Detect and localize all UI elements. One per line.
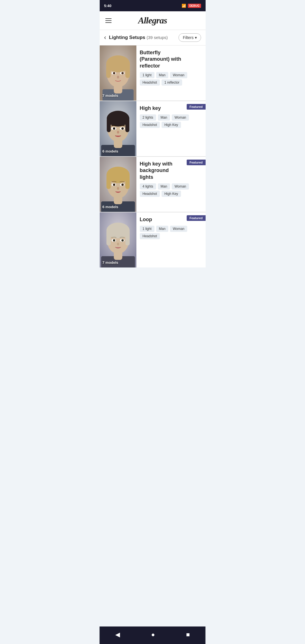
tag-woman-hk: Woman [172,114,189,121]
card-content-loop: Featured Loop 1 light Man Woman Headshot [136,212,206,267]
tag-reflector: 1 reflector [162,79,182,86]
svg-point-13 [117,76,119,79]
status-time: 5:40 [104,4,112,8]
svg-rect-7 [106,62,111,78]
models-badge-butterfly: 7 models [103,93,118,98]
chevron-down-icon: ▾ [195,35,197,40]
tag-4lights: 4 lights [140,183,156,190]
svg-rect-19 [107,118,111,132]
svg-rect-44 [125,230,130,245]
svg-point-36 [121,184,124,186]
app-title: Allegras [138,15,167,26]
tag-woman-loop: Woman [170,226,187,232]
tag-headshot-hk: Headshot [140,122,160,128]
wifi-icon: 📶 [182,4,186,8]
tag-headshot-hkbg: Headshot [140,191,160,197]
svg-rect-20 [125,118,129,132]
svg-point-11 [113,72,115,74]
card-high-key-bg[interactable]: 6 models Featured High key with backgrou… [100,157,206,212]
tag-man: Man [156,72,168,78]
card-loop[interactable]: 7 models Featured Loop 1 light Man Woman… [100,212,206,267]
card-image-highkey: 6 models [100,101,136,156]
status-bar: 5:40 📶 DEBUG [100,0,206,11]
setup-count: (39 setups) [147,35,168,40]
card-title-butterfly: Butterfly (Paramount) with reflector [140,49,202,69]
models-badge-loop: 7 models [103,260,118,265]
tags-highkey-bg-2: Headshot High Key [140,191,202,197]
debug-badge: DEBUG [188,4,201,8]
tag-man-hkbg: Man [158,183,170,190]
svg-point-49 [117,243,119,245]
tag-highkey-bg: High Key [162,191,181,197]
tag-1light: 1 light [140,72,154,78]
card-high-key[interactable]: 6 models Featured High key 2 lights Man … [100,101,206,156]
back-button[interactable]: ‹ [104,34,106,41]
card-content-highkey-bg: Featured High key with background lights… [136,157,206,212]
nav-bar: ◀ ● ■ [100,626,206,644]
svg-point-37 [117,187,119,190]
svg-point-24 [121,127,124,130]
menu-line-2 [105,20,112,21]
page-title-text: Lighting Setups [109,35,145,40]
svg-point-23 [113,127,115,130]
tag-1light-loop: 1 light [140,226,154,232]
filters-label: Filters [183,35,193,40]
tags-loop-1: 1 light Man Woman [140,226,202,232]
tag-2lights: 2 lights [140,114,156,121]
tags-loop-2: Headshot [140,233,202,239]
card-butterfly-paramount[interactable]: 7 models Butterfly (Paramount) with refl… [100,45,206,101]
tags-highkey-2: Headshot High Key [140,122,202,128]
card-content-highkey: Featured High key 2 lights Man Woman Hea… [136,101,206,156]
tag-headshot-loop: Headshot [140,233,160,239]
models-badge-highkey-bg: 6 models [103,205,118,209]
svg-point-25 [117,131,119,134]
menu-line-1 [105,18,112,19]
tag-man-loop: Man [156,226,168,232]
card-image-butterfly: 7 models [100,45,136,101]
tags-butterfly-2: Headshot 1 reflector [140,79,202,86]
svg-rect-31 [106,174,111,189]
svg-rect-43 [106,230,111,245]
tags-butterfly: 1 light Man Woman [140,72,202,78]
tag-woman: Woman [170,72,187,78]
card-image-loop: 7 models [100,212,136,267]
svg-rect-8 [125,62,130,78]
card-image-highkey-bg: 6 models [100,157,136,212]
menu-button[interactable] [104,17,113,24]
sub-header: ‹ Lighting Setups (39 setups) Filters ▾ [100,30,206,45]
svg-point-47 [113,239,115,242]
tag-man-hk: Man [158,114,170,121]
nav-recent-button[interactable]: ■ [180,629,195,640]
nav-back-button[interactable]: ◀ [110,629,126,640]
featured-badge-loop: Featured [187,215,205,221]
nav-home-button[interactable]: ● [145,629,160,640]
card-content-butterfly: Butterfly (Paramount) with reflector 1 l… [136,45,206,101]
svg-point-48 [121,239,124,242]
filters-button[interactable]: Filters ▾ [178,33,201,42]
tags-highkey-bg-1: 4 lights Man Woman [140,183,202,190]
svg-point-35 [113,184,115,186]
menu-line-3 [105,22,112,23]
featured-badge-highkey-bg: Featured [187,160,205,165]
models-badge-highkey: 6 models [103,149,118,153]
tag-woman-hkbg: Woman [172,183,189,190]
card-list: 7 models Butterfly (Paramount) with refl… [100,45,206,267]
status-right: 📶 DEBUG [182,4,201,8]
page-title: Lighting Setups (39 setups) [109,35,176,40]
tag-highkey: High Key [162,122,181,128]
featured-badge-highkey: Featured [187,104,205,110]
svg-point-12 [121,72,124,74]
app-header: Allegras [100,11,206,30]
tags-highkey-1: 2 lights Man Woman [140,114,202,121]
svg-rect-32 [125,174,130,189]
tag-headshot: Headshot [140,79,160,86]
